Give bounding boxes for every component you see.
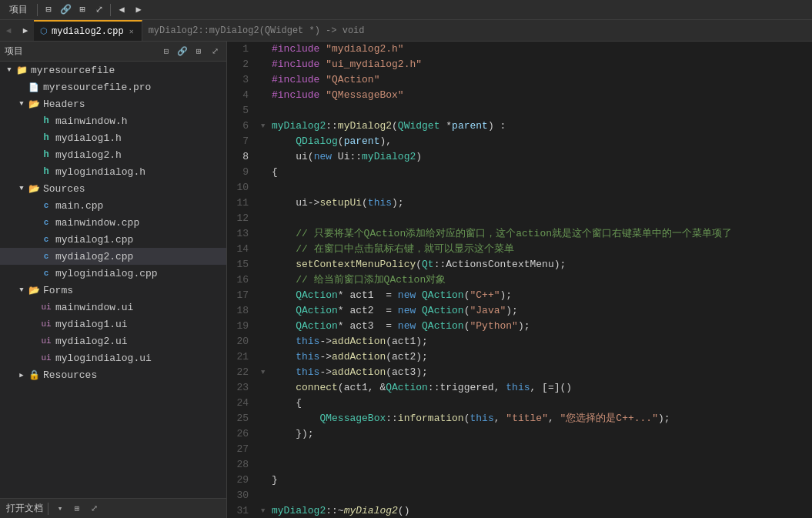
code-line-29: } xyxy=(261,473,812,488)
line-number-5: 5 xyxy=(233,103,249,119)
tree-item-mydialog2-ui[interactable]: ▶ ui mydialog2.ui xyxy=(0,333,226,349)
code-line-11: ui->setupUi(this); xyxy=(261,196,812,211)
line-number-25: 25 xyxy=(233,411,249,426)
line-number-8: 8 xyxy=(233,149,249,165)
tab-close-btn[interactable]: ✕ xyxy=(128,26,135,37)
code-editor[interactable]: 1234567891011121314151617181920212223242… xyxy=(227,42,812,518)
line-number-27: 27 xyxy=(233,442,249,457)
tab-cpp-icon: ⬡ xyxy=(40,26,48,36)
link-icon[interactable]: 🔗 xyxy=(58,2,73,18)
tree-item-mainwindow-cpp[interactable]: ▶ c mainwindow.cpp xyxy=(0,214,226,231)
tree-item-mainwindow-ui[interactable]: ▶ ui mainwindow.ui xyxy=(0,299,226,316)
line-number-6: 6 xyxy=(233,119,249,134)
tree-item-mydialog2-h[interactable]: ▶ h mydialog2.h xyxy=(0,146,226,163)
line-number-30: 30 xyxy=(233,488,249,503)
line-number-22: 22 xyxy=(233,365,249,380)
sidebar-grid-icon[interactable]: ⊞ xyxy=(192,45,206,58)
line-number-16: 16 xyxy=(233,272,249,288)
filter-icon[interactable]: ⊟ xyxy=(41,2,56,18)
line-number-31: 31 xyxy=(233,503,249,518)
line-number-17: 17 xyxy=(233,288,249,303)
code-line-1: #include "mydialog2.h" xyxy=(261,42,812,57)
line-number-1: 1 xyxy=(233,42,249,57)
code-line-17: QAction* act1 = new QAction("C++"); xyxy=(261,288,812,303)
h-icon2: h xyxy=(40,132,52,143)
code-line-19: QAction* act3 = new QAction("Python"); xyxy=(261,319,812,334)
tree-label-mydialog1-cpp: mydialog1.cpp xyxy=(55,234,133,246)
code-line-27 xyxy=(261,442,812,457)
tree-item-pro[interactable]: ▶ 📄 myresourcefile.pro xyxy=(0,79,226,95)
tab-mydialog2cpp[interactable]: ⬡ mydialog2.cpp ✕ xyxy=(34,20,142,42)
tree-label-mainwindow-ui: mainwindow.ui xyxy=(55,302,133,313)
tree-item-forms[interactable]: ▼ 📂 Forms xyxy=(0,282,226,299)
sidebar-toolbar: 项目 ⊟ 🔗 ⊞ ⤢ xyxy=(0,42,226,62)
line-number-23: 23 xyxy=(233,380,249,396)
tree-label-mydialog1-ui: mydialog1.ui xyxy=(55,319,128,330)
tree-item-mylogindialog-h[interactable]: ▶ h mylogindialog.h xyxy=(0,163,226,180)
arrow-forms: ▼ xyxy=(15,286,28,294)
code-line-23: connect(act1, &QAction::triggered, this,… xyxy=(261,380,812,396)
tree-label-mylogindialog-h: mylogindialog.h xyxy=(55,166,145,178)
status-expand-icon[interactable]: ⤢ xyxy=(87,502,101,516)
tree-label-mylogindialog-cpp: mylogindialog.cpp xyxy=(55,268,158,279)
status-dropdown-icon[interactable]: ▾ xyxy=(53,502,67,516)
code-line-4: #include "QMessageBox" xyxy=(261,88,812,103)
sidebar-link-icon[interactable]: 🔗 xyxy=(175,45,189,58)
tree-label-resources: Resources xyxy=(43,369,97,381)
line-number-26: 26 xyxy=(233,426,249,442)
resources-lock-icon: 🔒 xyxy=(28,369,40,381)
line-number-21: 21 xyxy=(233,349,249,365)
tab-forward-btn[interactable]: ▶ xyxy=(17,20,34,42)
tree-label-mydialog2-cpp: mydialog2.cpp xyxy=(55,251,133,262)
code-line-8: ui(new Ui::myDialog2) xyxy=(261,149,812,165)
code-line-7: QDialog(parent), xyxy=(261,134,812,149)
status-grid-icon[interactable]: ⊞ xyxy=(70,502,84,516)
tree-item-mylogindialog-cpp[interactable]: ▶ c mylogindialog.cpp xyxy=(0,265,226,282)
tab-label: mydialog2.cpp xyxy=(52,26,124,37)
line-number-29: 29 xyxy=(233,473,249,488)
sidebar: 项目 ⊟ 🔗 ⊞ ⤢ ▼ 📁 myresourcefile ▶ 📄 myreso… xyxy=(0,42,227,518)
line-number-2: 2 xyxy=(233,57,249,72)
sidebar-expand-icon[interactable]: ⤢ xyxy=(208,45,222,58)
tree-item-main-cpp[interactable]: ▶ c main.cpp xyxy=(0,197,226,214)
code-line-13: // 只要将某个QAction添加给对应的窗口，这个action就是这个窗口右键… xyxy=(261,226,812,242)
project-icon: 📁 xyxy=(15,65,28,76)
grid-icon[interactable]: ⊞ xyxy=(75,2,90,18)
tree-item-sources[interactable]: ▼ 📂 Sources xyxy=(0,180,226,197)
back-icon[interactable]: ◀ xyxy=(114,2,129,18)
code-line-15: setContextMenuPolicy(Qt::ActionsContextM… xyxy=(261,257,812,272)
tree-item-mydialog1-ui[interactable]: ▶ ui mydialog1.ui xyxy=(0,316,226,333)
tree-item-headers[interactable]: ▼ 📂 Headers xyxy=(0,95,226,112)
ui-icon4: ui xyxy=(40,353,52,363)
cpp-icon1: c xyxy=(40,201,52,210)
tree-item-root[interactable]: ▼ 📁 myresourcefile xyxy=(0,62,226,79)
code-line-24: { xyxy=(261,396,812,411)
tree-item-mydialog1-cpp[interactable]: ▶ c mydialog1.cpp xyxy=(0,231,226,248)
main-area: 项目 ⊟ 🔗 ⊞ ⤢ ▼ 📁 myresourcefile ▶ 📄 myreso… xyxy=(0,42,812,518)
forms-folder-icon: 📂 xyxy=(28,285,40,296)
sidebar-filter-icon[interactable]: ⊟ xyxy=(159,45,173,58)
line-number-9: 9 xyxy=(233,165,249,180)
tree-label-main-cpp: main.cpp xyxy=(55,200,103,212)
tree-item-mydialog1-h[interactable]: ▶ h mydialog1.h xyxy=(0,129,226,146)
tree-label-mainwindow-h: mainwindow.h xyxy=(55,115,128,127)
tree-label-mydialog1-h: mydialog1.h xyxy=(55,132,122,144)
ui-icon1: ui xyxy=(40,302,52,312)
tree-label-headers: Headers xyxy=(43,99,85,110)
tab-back-btn[interactable]: ◀ xyxy=(0,20,17,42)
line-number-4: 4 xyxy=(233,88,249,103)
expand-icon[interactable]: ⤢ xyxy=(92,2,107,18)
cpp-icon3: c xyxy=(40,235,52,244)
tree-item-resources[interactable]: ▶ 🔒 Resources xyxy=(0,366,226,383)
ui-icon3: ui xyxy=(40,336,52,346)
line-number-19: 19 xyxy=(233,319,249,334)
tree-label-mydialog2-ui: mydialog2.ui xyxy=(55,336,128,347)
forward-icon[interactable]: ▶ xyxy=(131,2,146,18)
tree-item-mainwindow-h[interactable]: ▶ h mainwindow.h xyxy=(0,112,226,129)
code-line-25: QMessageBox::information(this, "title", … xyxy=(261,411,812,426)
tree-item-mydialog2-cpp[interactable]: ▶ c mydialog2.cpp xyxy=(0,248,226,265)
arrow-root: ▼ xyxy=(3,66,15,74)
separator2 xyxy=(110,4,111,16)
code-line-26: }); xyxy=(261,426,812,442)
tree-item-mylogindialog-ui[interactable]: ▶ ui mylogindialog.ui xyxy=(0,349,226,366)
